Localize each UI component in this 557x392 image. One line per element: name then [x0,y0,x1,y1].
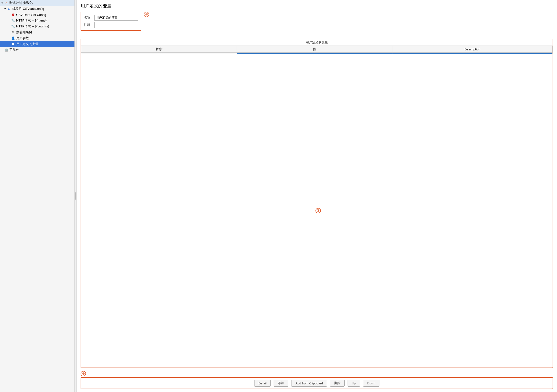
workbench-icon: 🏢 [4,48,8,52]
root-icon: ⚠ [4,1,8,5]
add-button[interactable]: 添加 [274,380,288,387]
annotation-2: ② [81,371,86,376]
view-label: 察看结果树 [16,30,32,35]
user-params-icon: 👤 [11,36,15,40]
down-button[interactable]: Down [363,380,379,387]
user-params-label: 用户参数 [16,36,29,40]
bottom-wrapper: ② Detail 添加 Add from Clipboard 删除 Up Dow… [81,371,553,389]
detail-button[interactable]: Detail [254,380,271,387]
variables-table: 名称: 值 Description [81,46,553,54]
csv-label: CSV Data Set Config [16,13,46,17]
annotation-3: ③ [315,208,321,213]
cell-desc [392,53,552,54]
root-label: 测试计划-参数化 [9,1,33,5]
sidebar-splitter[interactable] [75,0,77,392]
sidebar-item-http2[interactable]: ▶ 🔧 HTTP请求 -- ${country} [0,23,74,29]
add-clipboard-button[interactable]: Add from Clipboard [291,380,327,387]
splitter-handle [75,192,76,200]
workbench-label: 工作台 [9,48,19,52]
table-section-title: 用户定义的变量 [81,39,553,46]
col-header-value: 值 [237,46,392,53]
http2-icon: 🔧 [11,24,15,29]
sidebar-item-workbench[interactable]: ▶ 🏢 工作台 [0,47,74,53]
name-input[interactable] [94,15,138,21]
col-header-name: 名称: [81,46,237,53]
view-icon: 👁 [11,30,15,35]
delete-button[interactable]: 删除 [330,380,345,387]
sidebar-item-view[interactable]: ▶ 👁 察看结果树 [0,29,74,35]
name-label: 名称： [84,15,94,20]
sidebar-item-user-vars[interactable]: ▶ ✖ 用户定义的变量 [0,41,74,47]
sidebar-item-user-params[interactable]: ▶ 👤 用户参数 [0,35,74,41]
http1-label: HTTP请求 -- ${name} [16,18,47,23]
user-vars-label: 用户定义的变量 [16,42,38,46]
cell-name [81,53,237,54]
csv-icon: ✖ [11,12,15,17]
sidebar-item-thread-group[interactable]: ▼ ⚙ 线程组-CSVdataconfig [0,6,74,12]
bottom-toolbar: Detail 添加 Add from Clipboard 删除 Up Down [81,377,553,389]
comment-input[interactable] [94,22,138,28]
table-section: 用户定义的变量 名称: 值 Description [81,39,553,368]
sidebar-item-csv[interactable]: ▶ ✖ CSV Data Set Config [0,12,74,18]
table-row[interactable] [81,53,553,54]
sidebar-item-root[interactable]: ▼ ⚠ 测试计划-参数化 [0,0,74,6]
annotation-1: ① [144,12,149,17]
http1-icon: 🔧 [11,18,15,23]
annotation-2-row: ② [81,371,553,376]
col-header-desc: Description [392,46,552,53]
thread-group-icon: ⚙ [7,7,11,11]
collapse-arrow-thread: ▼ [4,8,7,10]
content-area: 用户定义的变量 名称： 注释： ① 用户定义的变量 名称: [77,0,557,392]
page-title: 用户定义的变量 [81,3,553,9]
up-button[interactable]: Up [348,380,360,387]
form-section: 名称： 注释： [81,12,141,31]
table-empty-area: ③ [81,54,553,368]
thread-group-label: 线程组-CSVdataconfig [12,7,44,11]
comment-label: 注释： [84,23,94,27]
collapse-arrow-root: ▼ [1,2,4,4]
sidebar-item-http1[interactable]: ▶ 🔧 HTTP请求 -- ${name} [0,18,74,23]
sidebar: ▼ ⚠ 测试计划-参数化 ▼ ⚙ 线程组-CSVdataconfig ▶ ✖ C… [0,0,75,392]
cell-value [237,53,392,54]
user-vars-icon: ✖ [11,42,15,46]
http2-label: HTTP请求 -- ${country} [16,24,49,29]
